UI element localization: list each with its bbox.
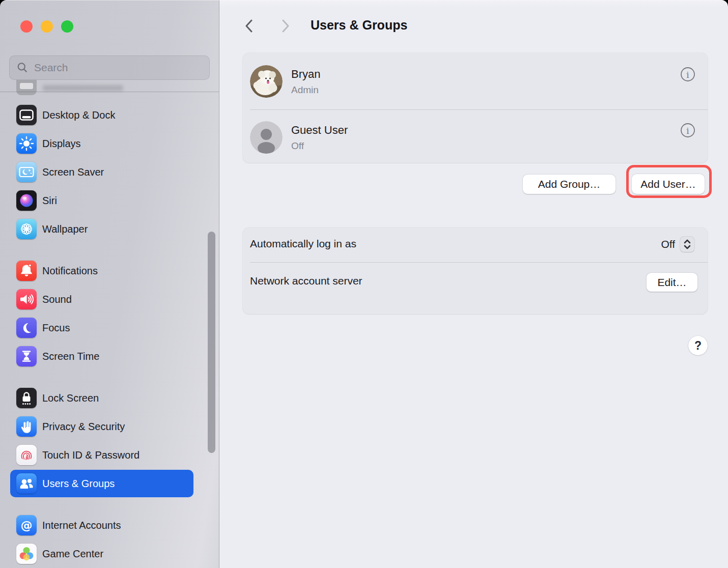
users-groups-pane: Users & Groups (219, 0, 728, 568)
game-center-icon (16, 544, 37, 564)
svg-text:i: i (686, 70, 689, 80)
system-settings-window: Desktop & Dock Displays (0, 0, 728, 568)
screen-saver-icon (16, 162, 37, 182)
partially-scrolled-item-label (43, 85, 123, 91)
search-input[interactable] (33, 61, 203, 74)
sidebar-item-lock-screen[interactable]: Lock Screen (10, 384, 193, 412)
zoom-window-button[interactable] (61, 20, 73, 33)
bryan-info-icon[interactable]: i (680, 67, 695, 82)
login-options-card: Automatically log in as Off Network acco… (243, 228, 708, 314)
network-account-server-label: Network account server (250, 275, 362, 287)
users-groups-icon (16, 473, 37, 494)
sidebar-item-siri[interactable]: Siri (10, 187, 193, 214)
auto-login-value: Off (661, 238, 675, 250)
sidebar-item-sound[interactable]: Sound (10, 286, 193, 313)
desktop-dock-icon (16, 105, 37, 125)
sidebar-item-users-groups[interactable]: Users & Groups (10, 470, 193, 497)
sidebar-item-touch-id[interactable]: Touch ID & Password (10, 441, 193, 469)
sidebar-item-wallpaper[interactable]: Wallpaper (10, 215, 193, 243)
back-button[interactable] (243, 18, 256, 34)
sound-icon (16, 289, 37, 309)
sidebar: Desktop & Dock Displays (0, 0, 219, 568)
close-window-button[interactable] (20, 20, 33, 33)
sidebar-item-screen-saver[interactable]: Screen Saver (10, 158, 193, 186)
auto-login-label: Automatically log in as (250, 238, 356, 250)
svg-text:i: i (686, 126, 689, 136)
sidebar-item-displays[interactable]: Displays (10, 130, 193, 157)
privacy-security-icon (16, 416, 37, 437)
sidebar-item-internet-accounts[interactable]: @ Internet Accounts (10, 512, 193, 539)
page-title: Users & Groups (311, 18, 407, 33)
up-down-chevrons-icon (682, 238, 693, 250)
forward-button[interactable] (278, 18, 292, 34)
focus-icon (16, 318, 37, 338)
notifications-icon (16, 261, 37, 281)
internet-accounts-icon: @ (16, 515, 37, 535)
touch-id-icon (16, 445, 37, 465)
sidebar-item-game-center[interactable]: Game Center (10, 540, 193, 567)
sidebar-scroll-divider (0, 92, 219, 92)
guest-info-icon[interactable]: i (680, 123, 695, 138)
annotation-highlight (626, 165, 712, 198)
edit-network-server-button[interactable]: Edit… (647, 273, 697, 292)
wallpaper-icon (16, 219, 37, 239)
sidebar-item-focus[interactable]: Focus (10, 314, 193, 342)
bryan-avatar (250, 65, 283, 98)
auto-login-stepper[interactable] (680, 237, 694, 252)
svg-text:@: @ (21, 519, 33, 532)
row-divider (250, 262, 708, 263)
guest-avatar (250, 121, 283, 154)
search-field[interactable] (9, 55, 210, 80)
minimize-window-button[interactable] (41, 20, 53, 33)
displays-icon (16, 133, 37, 154)
sidebar-scrollbar[interactable] (208, 232, 215, 453)
add-group-button[interactable]: Add Group… (523, 175, 615, 194)
screen-time-icon (16, 346, 37, 366)
sidebar-item-screen-time[interactable]: Screen Time (10, 343, 193, 370)
lock-screen-icon (16, 388, 37, 408)
user-list-card: Bryan Admin i (243, 53, 708, 163)
row-divider (250, 109, 708, 110)
help-button[interactable]: ? (688, 336, 708, 355)
siri-icon (16, 190, 37, 211)
sidebar-item-desktop-dock[interactable]: Desktop & Dock (10, 101, 193, 129)
partially-scrolled-item-icon (16, 80, 37, 95)
search-icon (16, 61, 29, 74)
sidebar-item-notifications[interactable]: Notifications (10, 257, 193, 285)
sidebar-item-privacy-security[interactable]: Privacy & Security (10, 413, 193, 440)
